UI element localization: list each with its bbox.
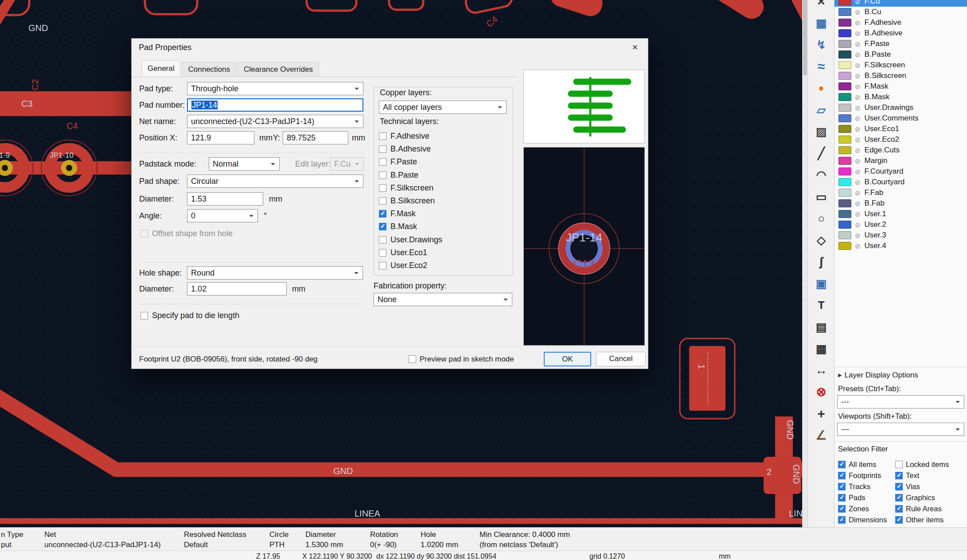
checkbox[interactable]: [895, 472, 903, 479]
copper-layers-dropdown[interactable]: All copper layers: [379, 101, 507, 114]
layer-color-swatch[interactable]: [838, 199, 851, 207]
checkbox[interactable]: [895, 483, 903, 490]
layer-color-swatch[interactable]: [838, 19, 851, 27]
selection-filter-item[interactable]: Vias: [895, 482, 966, 491]
add-zone-icon[interactable]: ▱: [808, 99, 834, 121]
checkbox[interactable]: [895, 505, 903, 513]
technical-layer-item[interactable]: F.Mask: [379, 207, 508, 220]
layer-row[interactable]: ⊘ User.Drawings: [834, 102, 967, 113]
scrollbar-thumb[interactable]: [803, 0, 807, 75]
layer-visibility-icon[interactable]: ⊘: [855, 232, 861, 239]
layer-color-swatch[interactable]: [838, 0, 851, 5]
measure-tool-icon[interactable]: ∠: [808, 424, 834, 446]
layer-color-swatch[interactable]: [838, 104, 851, 112]
ok-button[interactable]: OK: [544, 352, 591, 366]
dialog-titlebar[interactable]: Pad Properties: [132, 39, 648, 56]
selection-filter-item[interactable]: Tracks: [838, 482, 895, 491]
technical-layer-item[interactable]: User.Drawings: [379, 233, 508, 246]
checkbox[interactable]: [379, 249, 386, 257]
layer-visibility-icon[interactable]: ⊘: [855, 0, 861, 5]
add-textbox-icon[interactable]: ▤: [808, 316, 834, 338]
layer-row[interactable]: ⊘ User.2: [834, 219, 967, 230]
layer-row[interactable]: ⊘ F.Fab: [834, 187, 967, 198]
checkbox[interactable]: [379, 236, 386, 244]
pad-diameter-input[interactable]: 1.53: [187, 192, 263, 206]
layer-row[interactable]: ⊘ F.Adhesive: [834, 17, 967, 28]
draw-circle-icon[interactable]: ○: [808, 207, 834, 229]
layer-visibility-icon[interactable]: ⊘: [855, 51, 861, 58]
checkbox[interactable]: [895, 516, 903, 524]
add-image-icon[interactable]: ▣: [808, 272, 834, 294]
draw-arc-icon[interactable]: ◠: [808, 164, 834, 186]
draw-polygon-icon[interactable]: ◇: [808, 229, 834, 251]
pad-type-dropdown[interactable]: Through-hole: [187, 82, 363, 95]
layer-color-swatch[interactable]: [838, 189, 851, 197]
checkbox[interactable]: [838, 516, 846, 524]
layer-color-swatch[interactable]: [838, 167, 851, 175]
layer-row[interactable]: ⊘ F.Courtyard: [834, 166, 967, 177]
cancel-button[interactable]: Cancel: [596, 352, 646, 366]
layer-color-swatch[interactable]: [838, 8, 851, 16]
layer-row[interactable]: ⊘ User.Eco2: [834, 134, 967, 145]
layer-row[interactable]: ⊘ F.Cu: [834, 0, 967, 7]
presets-dropdown[interactable]: ---: [837, 395, 964, 408]
delete-tool-icon[interactable]: ⊗: [808, 381, 834, 403]
layer-visibility-icon[interactable]: ⊘: [855, 126, 861, 132]
layer-visibility-icon[interactable]: ⊘: [855, 211, 861, 218]
net-name-dropdown[interactable]: unconnected-(U2-C13-PadJP1-14): [187, 115, 363, 128]
draw-rectangle-icon[interactable]: ▭: [808, 186, 834, 207]
add-text-icon[interactable]: T: [808, 294, 834, 316]
checkbox[interactable]: [838, 494, 846, 502]
technical-layer-item[interactable]: B.Silkscreen: [379, 194, 508, 207]
layer-row[interactable]: ⊘ User.Comments: [834, 113, 967, 124]
layer-row[interactable]: ⊘ User.3: [834, 230, 967, 241]
tune-track-icon[interactable]: ≈: [808, 55, 834, 77]
technical-layer-item[interactable]: B.Paste: [379, 169, 508, 182]
layer-color-swatch[interactable]: [838, 114, 851, 122]
technical-layer-item[interactable]: F.Paste: [379, 156, 508, 168]
hole-shape-dropdown[interactable]: Round: [187, 266, 363, 280]
position-x-input[interactable]: 121.9: [187, 131, 254, 144]
angle-dropdown[interactable]: 0: [187, 209, 258, 222]
layer-color-swatch[interactable]: [838, 51, 851, 58]
checkbox[interactable]: [895, 461, 903, 468]
layer-row[interactable]: ⊘ B.Mask: [834, 92, 967, 102]
padstack-mode-dropdown[interactable]: Normal: [209, 157, 280, 171]
dimension-icon[interactable]: ↔: [808, 359, 834, 381]
selection-filter-item[interactable]: All items: [838, 460, 895, 469]
layer-visibility-icon[interactable]: ⊘: [855, 62, 861, 69]
checkbox[interactable]: [379, 145, 386, 153]
technical-layer-item[interactable]: B.Mask: [379, 220, 508, 233]
checkbox[interactable]: [379, 171, 386, 179]
layer-row[interactable]: ⊘ B.Paste: [834, 49, 967, 60]
layer-visibility-icon[interactable]: ⊘: [855, 30, 861, 37]
close-icon[interactable]: ×: [622, 39, 648, 56]
add-table-icon[interactable]: ▦: [808, 338, 834, 359]
layer-visibility-icon[interactable]: ⊘: [855, 41, 861, 47]
layer-color-swatch[interactable]: [838, 93, 851, 101]
layer-row[interactable]: ⊘ User.4: [834, 241, 967, 251]
layer-color-swatch[interactable]: [838, 125, 851, 133]
layer-row[interactable]: ⊘ User.1: [834, 209, 967, 219]
selection-filter-item[interactable]: Locked items: [895, 460, 966, 469]
selection-filter-item[interactable]: Dimensions: [838, 516, 895, 524]
layer-visibility-icon[interactable]: ⊘: [855, 105, 861, 111]
layer-row[interactable]: ⊘ B.Fab: [834, 198, 967, 209]
layer-color-swatch[interactable]: [838, 40, 851, 48]
technical-layer-item[interactable]: B.Adhesive: [379, 143, 508, 156]
x-tool-icon[interactable]: ×: [808, 0, 834, 12]
fabrication-property-dropdown[interactable]: None: [374, 293, 512, 306]
layer-row[interactable]: ⊘ F.Paste: [834, 39, 967, 49]
selection-filter-item[interactable]: Text: [895, 471, 966, 480]
checkbox[interactable]: [895, 494, 903, 502]
layer-visibility-icon[interactable]: ⊘: [855, 83, 861, 90]
layer-row[interactable]: ⊘ Margin: [834, 156, 967, 166]
layer-color-swatch[interactable]: [838, 242, 851, 250]
layer-color-swatch[interactable]: [838, 221, 851, 229]
layer-row[interactable]: ⊘ F.Silkscreen: [834, 60, 967, 70]
layer-visibility-icon[interactable]: ⊘: [855, 168, 861, 175]
layer-visibility-icon[interactable]: ⊘: [855, 19, 861, 26]
checkbox[interactable]: [379, 223, 386, 230]
sketch-mode-checkbox[interactable]: [409, 355, 416, 363]
draw-bezier-icon[interactable]: ʃ: [808, 251, 834, 272]
